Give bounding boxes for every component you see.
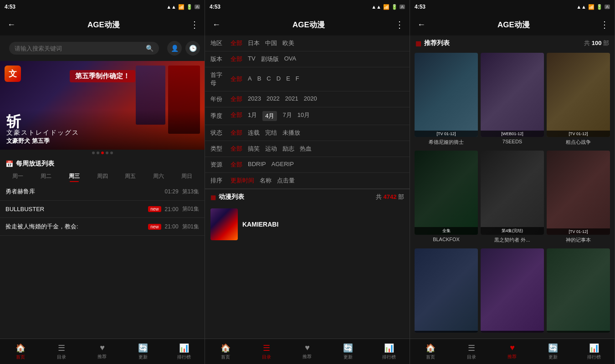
history-icon-btn[interactable]: 🕒 (185, 41, 200, 56)
filter-opt-d[interactable]: D (277, 75, 281, 83)
nav-catalog-3[interactable]: ☰ 目录 (451, 341, 492, 362)
filter-opt-b[interactable]: B (257, 75, 261, 83)
filter-opt-all-alpha[interactable]: 全部 (231, 75, 242, 83)
filter-opt-ova[interactable]: OVA (284, 55, 297, 63)
filter-opt-all-status[interactable]: 全部 (231, 129, 242, 137)
day-tab-sat[interactable]: 周六 (144, 171, 173, 182)
more-button-1[interactable]: ⋮ (190, 19, 199, 30)
rec-item-6[interactable]: [TV 01-12] 神的记事本 (547, 151, 610, 246)
nav-catalog-2[interactable]: ☰ 目录 (246, 341, 287, 362)
banner-title-jp: 文豪ストレイドッグス (6, 129, 198, 137)
filter-opt-all-region[interactable]: 全部 (231, 39, 242, 47)
rec-item-8[interactable] (481, 248, 544, 337)
filter-opt-2020[interactable]: 2020 (304, 95, 317, 103)
nav-home-2[interactable]: 🏠 首页 (205, 341, 246, 362)
filter-opt-bdrip[interactable]: BDRIP (248, 161, 266, 169)
nav-rank-1[interactable]: 📊 排行榜 (164, 341, 205, 362)
day-tab-tue[interactable]: 周二 (32, 171, 60, 182)
filter-opt-tv[interactable]: TV (248, 55, 256, 63)
signal-icon-3: ▲▲ (576, 4, 586, 10)
filter-opt-sort-clicks[interactable]: 点击量 (277, 177, 295, 185)
nav-rec-3[interactable]: ♥ 推荐 (492, 341, 533, 362)
search-input[interactable] (15, 45, 143, 52)
rec-item-5[interactable]: 第4集(完结) 黒之契约者 外... (481, 151, 544, 246)
filter-opt-finished[interactable]: 完结 (265, 129, 277, 137)
rec-item-2[interactable]: [WEB01-12] 7SEEDS (481, 53, 544, 148)
banner[interactable]: 文 第五季制作确定！ 斩 文豪ストレイドッグス 文豪野犬 第五季 (0, 61, 205, 150)
filter-options-version: 全部 TV 剧场版 OVA (231, 55, 296, 63)
rec-item-9[interactable] (547, 248, 610, 337)
filter-opt-inspire[interactable]: 励志 (282, 145, 294, 153)
filter-opt-2021[interactable]: 2021 (285, 95, 298, 103)
day-tab-thu[interactable]: 周四 (88, 171, 117, 182)
filter-opt-japan[interactable]: 日本 (248, 39, 260, 47)
filter-opt-all-genre[interactable]: 全部 (231, 145, 242, 153)
filter-opt-china[interactable]: 中国 (265, 39, 277, 47)
filter-opt-c[interactable]: C (266, 75, 271, 83)
rec-thumb-7 (415, 248, 478, 333)
day-tab-fri[interactable]: 周五 (116, 171, 144, 182)
banner-dots (0, 150, 205, 156)
filter-opt-apr[interactable]: 4月 (262, 111, 277, 121)
filter-opt-sort-time[interactable]: 更新时间 (231, 177, 254, 185)
rec-img-2 (481, 53, 544, 137)
filter-opt-jan[interactable]: 1月 (248, 111, 257, 121)
nav-catalog-label-3: 目录 (467, 354, 476, 360)
rec-grid: [TV 01-12] 希德尼娅的骑士 [WEB01-12] 7SEEDS [TV… (410, 51, 615, 339)
rec-item-3[interactable]: [TV 01-12] 粗点心战争 (547, 53, 610, 148)
more-button-2[interactable]: ⋮ (395, 19, 404, 30)
filter-opt-2023[interactable]: 2023 (248, 95, 261, 103)
back-button-3[interactable]: ← (415, 18, 427, 31)
filter-opt-movie[interactable]: 剧场版 (261, 55, 279, 63)
nav-update-2[interactable]: 🔄 更新 (328, 341, 369, 362)
filter-opt-upcoming[interactable]: 未播放 (282, 129, 300, 137)
filter-opt-all-source[interactable]: 全部 (231, 161, 242, 169)
search-icon[interactable]: 🔍 (146, 45, 154, 52)
nav-rec-2[interactable]: ♥ 推荐 (287, 341, 328, 362)
rec-item-7[interactable] (415, 248, 478, 337)
filter-opt-comedy[interactable]: 搞笑 (248, 145, 260, 153)
anime-item-2[interactable]: BULLBUSTER new 21:00 第01集 (0, 201, 205, 218)
nav-catalog-1[interactable]: ☰ 目录 (41, 341, 82, 362)
anime-item-3[interactable]: 捡走被人悔婚的千金，教会: new 21:00 第01集 (0, 218, 205, 236)
filter-row-year: 年份 全部 2023 2022 2021 2020 (205, 91, 410, 107)
filter-opt-western[interactable]: 欧美 (282, 39, 294, 47)
filter-opt-sports[interactable]: 运动 (265, 145, 277, 153)
nav-update-1[interactable]: 🔄 更新 (123, 341, 164, 362)
back-button-2[interactable]: ← (210, 18, 222, 31)
filter-opt-all-year[interactable]: 全部 (231, 95, 242, 103)
nav-rank-2[interactable]: 📊 排行榜 (369, 341, 410, 362)
nav-home-1[interactable]: 🏠 首页 (0, 341, 41, 362)
filter-opt-jul[interactable]: 7月 (282, 111, 292, 121)
rec-title: 推荐列表 (424, 39, 450, 47)
catalog-item-preview[interactable]: KAMIERABI (205, 205, 410, 244)
nav-update-3[interactable]: 🔄 更新 (533, 341, 574, 362)
filter-opt-airing[interactable]: 连载 (248, 129, 260, 137)
filter-opt-all-version[interactable]: 全部 (231, 55, 242, 63)
filter-opt-agerip[interactable]: AGERIP (272, 161, 294, 169)
filter-opt-sort-name[interactable]: 名称 (260, 177, 272, 185)
back-button-1[interactable]: ← (5, 18, 17, 31)
day-tab-wed[interactable]: 周三 (60, 171, 88, 182)
filter-opt-oct[interactable]: 10月 (297, 111, 310, 121)
user-icon[interactable]: 👤 (167, 41, 182, 56)
status-icons-1: ▲▲ 📶 🔋 A (166, 4, 200, 10)
battery-icon-1: 🔋 (186, 4, 193, 10)
rec-item-4[interactable]: 全集 BLACKFOX (415, 151, 478, 246)
anime-item-1[interactable]: 勇者赫鲁库 01:29 第13集 (0, 183, 205, 201)
filter-opt-e[interactable]: E (286, 75, 290, 83)
status-bar-3: 4:53 ▲▲ 📶 🔋 A (410, 0, 615, 14)
filter-opt-f[interactable]: F (296, 75, 299, 83)
nav-rank-3[interactable]: 📊 排行榜 (574, 341, 615, 362)
filter-opt-a[interactable]: A (248, 75, 252, 83)
filter-opt-all-season[interactable]: 全部 (231, 111, 242, 121)
more-button-3[interactable]: ⋮ (600, 19, 609, 30)
rec-item-1[interactable]: [TV 01-12] 希德尼娅的骑士 (415, 53, 478, 148)
day-tab-sun[interactable]: 周日 (173, 171, 201, 182)
filter-opt-action[interactable]: 热血 (300, 145, 312, 153)
nav-home-3[interactable]: 🏠 首页 (410, 341, 451, 362)
search-bar[interactable]: 🔍 (9, 42, 159, 55)
day-tab-mon[interactable]: 周一 (4, 171, 32, 182)
nav-rec-1[interactable]: ♥ 推荐 (82, 341, 123, 362)
filter-opt-2022[interactable]: 2022 (266, 95, 280, 103)
